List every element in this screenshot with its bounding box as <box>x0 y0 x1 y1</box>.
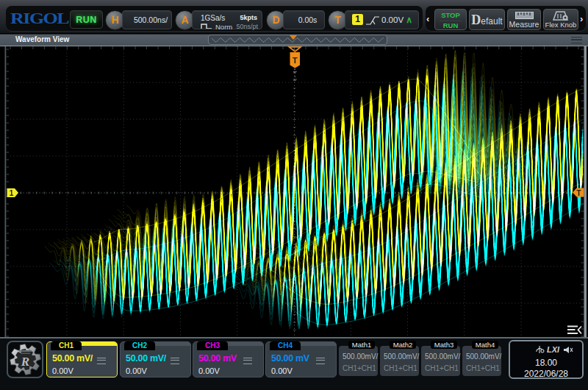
svg-text:R: R <box>21 355 29 369</box>
